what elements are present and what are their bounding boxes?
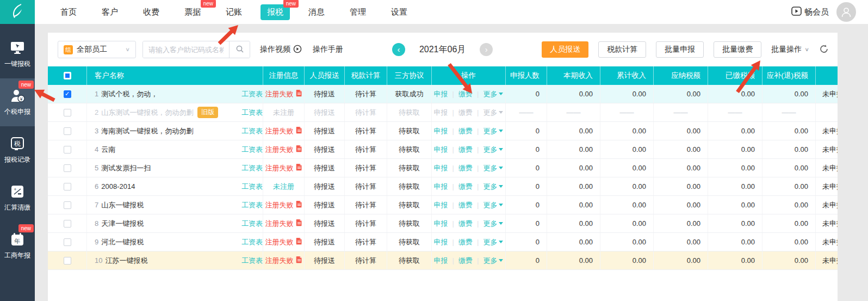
document-icon[interactable] — [296, 163, 302, 173]
more-action-link[interactable]: 更多 — [483, 182, 503, 192]
declare-action-link[interactable]: 申报 — [434, 89, 448, 99]
circle-play-icon — [293, 45, 302, 55]
member-button[interactable]: 畅会员 — [791, 7, 829, 17]
more-action-link[interactable]: 更多 — [483, 145, 503, 155]
search-button[interactable] — [229, 41, 250, 58]
tax-calc-button[interactable]: 税款计算 — [598, 41, 646, 58]
nav-item-客户[interactable]: 客户 — [95, 4, 125, 20]
nav-item-票据[interactable]: 票据new — [178, 4, 207, 20]
nav-item-收费[interactable]: 收费 — [137, 4, 166, 20]
salary-sheet-link[interactable]: 工资表 — [241, 89, 263, 99]
declare-action-link[interactable]: 申报 — [434, 237, 448, 247]
more-action-link[interactable]: 更多 — [483, 126, 503, 136]
salary-sheet-link[interactable]: 工资表 — [241, 145, 263, 155]
manual-link[interactable]: 操作手册 — [313, 45, 343, 54]
more-action-link[interactable]: 更多 — [483, 163, 503, 173]
document-icon[interactable] — [296, 89, 302, 99]
declare-action-link[interactable]: 申报 — [434, 145, 448, 155]
declare-action-link[interactable]: 申报 — [434, 219, 448, 229]
more-action-link[interactable]: 更多 — [483, 237, 503, 247]
submit-cell: 待报送 — [305, 159, 345, 177]
salary-sheet-link[interactable]: 工资表 — [241, 237, 263, 247]
sidebar-item-一键报税[interactable]: 一键报税 — [0, 30, 35, 78]
salary-sheet-link[interactable]: 工资表 — [241, 256, 263, 266]
more-action-link[interactable]: 更多 — [483, 219, 503, 229]
nav-item-报税[interactable]: 报税new — [261, 4, 290, 20]
salary-sheet-link[interactable]: 工资表 — [241, 163, 263, 173]
declare-action-link[interactable]: 申报 — [434, 163, 448, 173]
salary-sheet-link[interactable]: 工资表 — [241, 126, 263, 136]
pay-action-link[interactable]: 缴费 — [458, 182, 473, 192]
batch-declare-button[interactable]: 批量申报 — [656, 41, 704, 58]
row-checkbox[interactable] — [64, 183, 71, 191]
pay-action-link[interactable]: 缴费 — [458, 237, 473, 247]
period-label[interactable]: 2021年06月 — [419, 44, 466, 56]
batch-pay-button[interactable]: 批量缴费 — [714, 41, 761, 58]
more-action-link[interactable]: 更多 — [483, 108, 503, 118]
row-checkbox[interactable] — [64, 146, 71, 153]
pay-action-link[interactable]: 缴费 — [458, 108, 473, 118]
employee-filter-select[interactable]: 组 全部员工 ∨ — [58, 41, 136, 58]
declare-action-link[interactable]: 申报 — [434, 108, 448, 118]
row-checkbox[interactable] — [64, 109, 71, 116]
tax_due-cell: 0.00 — [654, 159, 708, 177]
next-month-button[interactable]: › — [480, 43, 493, 56]
pay-action-link[interactable]: 缴费 — [458, 256, 473, 266]
row-checkbox[interactable] — [64, 127, 71, 135]
more-action-link[interactable]: 更多 — [483, 200, 503, 210]
document-icon[interactable] — [296, 256, 302, 265]
agreement-cell: 待获取 — [387, 214, 432, 232]
sidebar-item-报税记录[interactable]: 税报税记录 — [0, 126, 35, 174]
document-icon[interactable] — [296, 126, 302, 136]
nav-item-首页[interactable]: 首页 — [54, 4, 83, 20]
prev-month-button[interactable]: ‹ — [392, 43, 405, 56]
declare-action-link[interactable]: 申报 — [434, 182, 448, 192]
pay-action-link[interactable]: 缴费 — [458, 163, 473, 173]
pay-action-link[interactable]: 缴费 — [458, 219, 473, 229]
registration-status-cell: 注册失败 — [263, 159, 305, 177]
sidebar-item-个税申报[interactable]: ¥个税申报new — [0, 78, 35, 126]
customer-name: 河北一键报税 — [101, 237, 144, 247]
calc-cell: 待计算 — [345, 233, 387, 251]
income-cell: 0.00 — [547, 251, 600, 269]
salary-sheet-link[interactable]: 工资表 — [241, 219, 263, 229]
personnel-submit-button[interactable]: 人员报送 — [542, 41, 588, 58]
salary-sheet-link[interactable]: 工资表 — [241, 182, 263, 192]
document-icon[interactable] — [296, 145, 302, 154]
row-checkbox[interactable] — [64, 238, 71, 246]
registration-status-cell: 注册失败 — [263, 85, 305, 103]
row-checkbox[interactable]: ✓ — [64, 90, 71, 98]
more-action-link[interactable]: 更多 — [483, 89, 503, 99]
search-input[interactable] — [143, 41, 229, 58]
sidebar-item-工商年报[interactable]: 年工商年报new — [0, 222, 35, 270]
declare-action-link[interactable]: 申报 — [434, 200, 448, 210]
more-action-link[interactable]: 更多 — [483, 256, 503, 266]
declare-action-link[interactable]: 申报 — [434, 256, 448, 266]
document-icon[interactable] — [296, 200, 302, 210]
document-icon[interactable] — [296, 219, 302, 228]
document-icon[interactable] — [296, 237, 302, 247]
nav-item-管理[interactable]: 管理 — [343, 4, 373, 20]
batch-ops-menu[interactable]: 批量操作 ∨ — [771, 45, 809, 54]
row-checkbox[interactable] — [64, 220, 71, 228]
pay-action-link[interactable]: 缴费 — [458, 145, 473, 155]
nav-item-记账[interactable]: 记账 — [219, 4, 249, 20]
row-checkbox[interactable] — [64, 201, 71, 209]
row-checkbox[interactable] — [64, 164, 71, 172]
avatar[interactable] — [836, 2, 856, 22]
nav-item-设置[interactable]: 设置 — [385, 4, 414, 20]
svg-text:税: 税 — [14, 140, 21, 148]
pay-action-link[interactable]: 缴费 — [458, 89, 473, 99]
salary-sheet-link[interactable]: 工资表 — [241, 108, 263, 118]
row-checkbox[interactable] — [64, 257, 71, 265]
declare-action-link[interactable]: 申报 — [434, 126, 448, 136]
manual-link-label: 操作手册 — [313, 45, 343, 54]
nav-item-消息[interactable]: 消息 — [302, 4, 331, 20]
video-tutorial-link[interactable]: 操作视频 — [260, 45, 302, 55]
pay-action-link[interactable]: 缴费 — [458, 126, 473, 136]
refresh-button[interactable] — [819, 44, 829, 56]
salary-sheet-link[interactable]: 工资表 — [241, 200, 263, 210]
sidebar-item-汇算清缴[interactable]: +汇算清缴 — [0, 174, 35, 222]
pay-action-link[interactable]: 缴费 — [458, 200, 473, 210]
select-all-checkbox[interactable] — [64, 72, 71, 79]
